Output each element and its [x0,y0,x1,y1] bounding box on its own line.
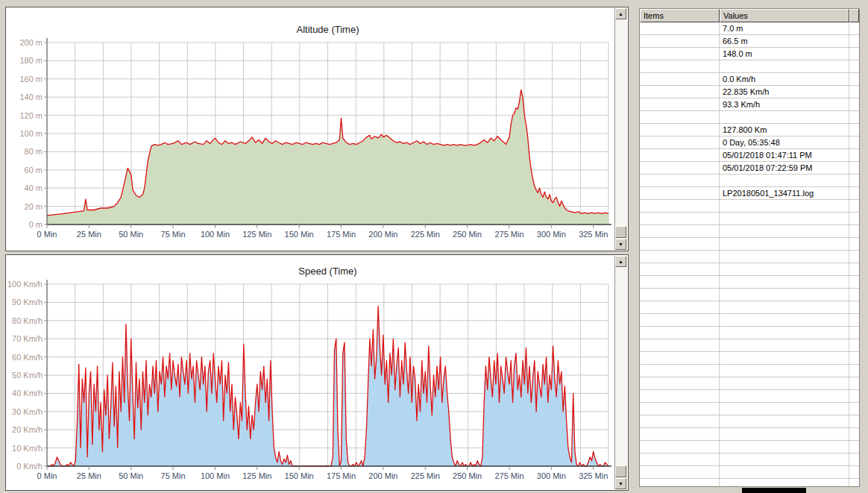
values-column-header[interactable]: Values [720,9,849,22]
table-row[interactable] [640,466,859,479]
values-cell [720,352,849,364]
items-cell [640,175,720,186]
items-cell [640,466,720,478]
table-row[interactable] [640,289,859,301]
spare-cell [849,479,859,487]
table-row[interactable] [640,225,859,238]
altitude-chart: 200 m180 m160 m140 m120 m100 m80 m60 m40… [6,7,628,251]
values-cell [720,200,849,212]
scrollbar-thumb[interactable] [615,226,626,238]
spare-cell [849,162,859,174]
table-row[interactable]: 05/01/2018 07:22:59 PM [640,162,859,175]
table-row[interactable] [640,213,859,225]
spare-cell [849,428,859,440]
y-tick-label: 70 Km/h [12,334,43,343]
values-cell [720,390,849,402]
table-row[interactable]: 93.3 Km/h [640,98,859,111]
y-tick-label: 20 Km/h [12,425,43,434]
table-row[interactable] [640,390,859,403]
table-row[interactable] [640,453,859,466]
x-tick-label: 75 Min [161,230,186,239]
spare-cell [849,149,859,161]
table-row[interactable] [640,60,859,73]
table-row[interactable]: 66.5 m [640,35,859,48]
table-row[interactable]: 127.800 Km [640,124,859,136]
table-row[interactable] [640,314,859,327]
x-tick-label: 150 Min [285,230,314,239]
scrollbar-thumb[interactable] [615,465,626,477]
table-row[interactable]: 0 Day, 05:35:48 [640,136,859,149]
scroll-up-icon[interactable]: ▲ [615,8,626,19]
table-row[interactable] [640,352,859,365]
bottom-scrollbar-thumb[interactable] [742,488,806,493]
table-row[interactable] [640,441,859,453]
spare-cell [849,301,859,313]
table-row[interactable]: 148.0 m [640,48,859,60]
items-column-header[interactable]: Items [640,9,720,22]
items-cell [640,276,720,288]
table-row[interactable]: 7.0 m [640,22,859,35]
y-tick-label: 20 m [25,202,43,211]
table-row[interactable] [640,301,859,314]
values-cell [720,213,849,224]
y-tick-label: 140 m [19,92,43,101]
altitude-scrollbar[interactable]: ▲ ▼ [614,8,627,250]
spare-cell [849,22,859,34]
items-cell [640,352,720,364]
table-row[interactable] [640,276,859,289]
y-tick-label: 90 Km/h [12,298,43,307]
x-tick-label: 125 Min [242,471,271,480]
scroll-up-icon[interactable]: ▲ [615,256,626,267]
table-row[interactable]: 05/01/2018 01:47:11 PM [640,149,859,162]
table-row[interactable] [640,175,859,187]
spare-cell [849,453,859,465]
spare-column-header[interactable] [849,9,859,22]
spare-cell [849,238,859,250]
items-cell [640,136,720,148]
y-tick-label: 60 m [25,166,43,175]
values-cell: 22.835 Km/h [720,86,849,98]
table-row[interactable] [640,200,859,213]
table-row[interactable] [640,339,859,352]
spare-cell [849,35,859,47]
spare-cell [849,175,859,186]
speed-scrollbar[interactable]: ▲ ▼ [614,256,627,489]
items-cell [640,314,720,326]
table-row[interactable] [640,238,859,251]
items-cell [640,479,720,487]
table-row[interactable] [640,479,859,487]
table-row[interactable] [640,415,859,428]
values-cell: 127.800 Km [720,124,849,136]
values-cell: 0 Day, 05:35:48 [720,136,849,148]
table-row[interactable]: 22.835 Km/h [640,86,859,98]
spare-cell [849,225,859,237]
values-cell [720,225,849,237]
table-row[interactable] [640,403,859,415]
spare-cell [849,111,859,123]
chart-title: Speed (Time) [298,266,356,277]
x-tick-label: 125 Min [242,230,271,239]
spare-cell [849,289,859,301]
x-tick-label: 175 Min [327,471,356,480]
x-tick-label: 225 Min [411,471,440,480]
spare-cell [849,365,859,377]
table-body: 7.0 m66.5 m148.0 m0.0 Km/h22.835 Km/h93.… [640,22,859,487]
table-row[interactable] [640,428,859,441]
table-row[interactable]: 0.0 Km/h [640,73,859,86]
table-row[interactable] [640,111,859,124]
table-row[interactable] [640,327,859,339]
scroll-down-icon[interactable]: ▼ [615,239,626,250]
table-row[interactable] [640,251,859,263]
table-row[interactable] [640,263,859,276]
y-tick-label: 100 Km/h [7,280,43,289]
y-tick-label: 100 m [19,129,43,138]
spare-cell [849,251,859,263]
table-row[interactable]: LP20180501_134711.log [640,187,859,200]
scroll-down-icon[interactable]: ▼ [615,478,626,489]
table-row[interactable] [640,365,859,377]
app-window: 200 m180 m160 m140 m120 m100 m80 m60 m40… [0,0,868,493]
items-cell [640,60,720,72]
y-tick-label: 160 m [19,75,43,84]
table-row[interactable] [640,377,859,390]
y-tick-label: 120 m [19,111,43,120]
